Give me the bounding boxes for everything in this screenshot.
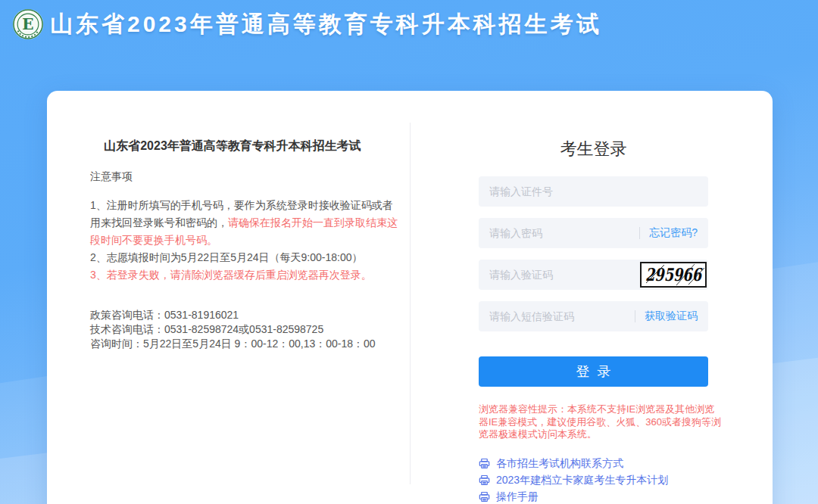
sms-code-field: 获取验证码 [479,301,708,331]
captcha-digits: 295966 [645,264,703,285]
captcha-field: 295966 [479,260,708,290]
link-poverty-registered-plan[interactable]: 2023年建档立卡家庭考生专升本计划 [479,472,708,489]
printer-icon [479,491,490,502]
printer-icon [479,458,490,469]
svg-text:E: E [22,15,33,33]
link-city-exam-contacts[interactable]: 各市招生考试机构联系方式 [479,456,708,472]
password-field: 忘记密码? [479,218,708,248]
id-number-field [479,176,708,207]
login-title: 考生登录 [479,138,708,160]
link-user-manual[interactable]: 操作手册 [479,489,708,504]
exam-authority-seal-icon: E [12,8,44,40]
captcha-image[interactable]: 295966 [640,262,707,288]
field-divider [635,310,635,322]
tech-phone: 技术咨询电话：0531-82598724或0531-82598725 [90,322,411,337]
notice-exam-title: 山东省2023年普通高等教育专科升本科招生考试 [77,138,388,154]
password-input[interactable] [489,227,635,239]
login-form: 忘记密码? 295966 获取验证码 [479,176,708,331]
browser-compatibility-warning: 浏览器兼容性提示：本系统不支持IE浏览器及其他浏览器IE兼容模式，建议使用谷歌、… [479,403,723,441]
policy-phone: 政策咨询电话：0531-81916021 [90,308,411,322]
notice-item-2: 2、志愿填报时间为5月22日至5月24日（每天9:00-18:00） [90,249,399,266]
link-label: 2023年建档立卡家庭考生专升本计划 [496,474,668,487]
main-card: 山东省2023年普通高等教育专科升本科招生考试 注意事项 1、注册时所填写的手机… [47,91,773,504]
field-divider [639,227,640,239]
link-label: 各市招生考试机构联系方式 [496,457,623,471]
page-title: 山东省2023年普通高等教育专科升本科招生考试 [50,8,602,40]
login-panel: 考生登录 忘记密码? 295966 [479,91,708,504]
notice-item-1: 1、注册时所填写的手机号码，要作为系统登录时接收验证码或者用来找回登录账号和密码… [90,197,399,249]
captcha-input[interactable] [489,269,632,281]
consult-time: 咨询时间：5月22日至5月24日 9：00-12：00,13：00-18：00 [90,337,411,351]
document-links: 各市招生考试机构联系方式 2023年建档立卡家庭考生专升本计划 [479,456,708,504]
notice-list: 1、注册时所填写的手机号码，要作为系统登录时接收验证码或者用来找回登录账号和密码… [90,197,399,284]
notice-section-label: 注意事项 [90,168,411,185]
sms-code-input[interactable] [489,310,630,322]
notice-item-3: 3、若登录失败，请清除浏览器缓存后重启浏览器再次登录。 [90,266,399,284]
forgot-password-link[interactable]: 忘记密码? [649,226,698,240]
id-number-input[interactable] [489,185,698,198]
notice-section: 山东省2023年普通高等教育专科升本科招生考试 注意事项 1、注册时所填写的手机… [47,91,411,351]
contact-info: 政策咨询电话：0531-81916021 技术咨询电话：0531-8259872… [90,308,411,351]
get-sms-code-link[interactable]: 获取验证码 [645,310,698,323]
login-button[interactable]: 登录 [479,356,708,387]
top-banner: E 山东省2023年普通高等教育专科升本科招生考试 [12,8,602,40]
printer-icon [479,474,490,486]
link-label: 操作手册 [496,490,539,504]
